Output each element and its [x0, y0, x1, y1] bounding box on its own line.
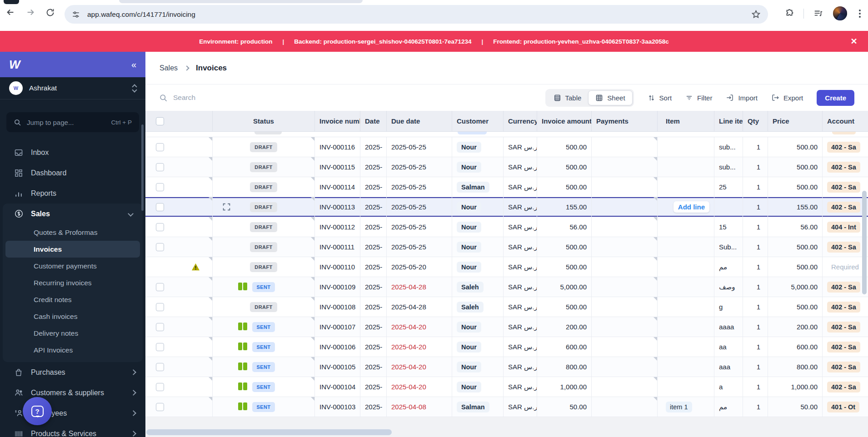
cell-line-item[interactable]: 25 — [714, 177, 743, 197]
cell-payments[interactable] — [592, 197, 658, 217]
cell-status[interactable]: DRAFT — [213, 137, 315, 157]
cell-due-date[interactable]: 2025-04-20 — [387, 377, 452, 397]
header-item[interactable]: Item — [658, 111, 714, 131]
sidebar-scrollbar[interactable] — [141, 124, 144, 211]
cell-price[interactable]: 500.00 — [768, 137, 823, 157]
table-row[interactable]: DRAFT INV-000110 2025- 2025-05-20 Nour S… — [145, 257, 868, 277]
cell-currency[interactable]: SAR ر.س — [504, 197, 537, 217]
cell-item[interactable]: item 1 — [658, 397, 714, 417]
table-row[interactable]: DRAFT INV-000108 2025- 2025-04-28 Saleh … — [145, 297, 868, 317]
cell-payments[interactable] — [592, 357, 658, 377]
sidebar-item-employees[interactable]: Employees — [0, 403, 145, 423]
cell-status[interactable]: SENT — [213, 317, 315, 337]
cell-invoice-amount[interactable]: 500.00 — [537, 237, 592, 257]
header-due-date[interactable]: Due date — [387, 111, 452, 131]
cell-item[interactable] — [658, 237, 714, 257]
cell-line-item[interactable]: مم — [714, 397, 743, 417]
table-row[interactable]: DRAFT INV-000113 2025- 2025-05-25 Nour S… — [145, 197, 868, 217]
cell-customer[interactable]: Nour — [452, 217, 504, 237]
cell-price[interactable]: 600.00 — [768, 337, 823, 357]
cell-currency[interactable]: SAR ر.س — [504, 177, 537, 197]
cell-due-date[interactable]: 2025-05-25 — [387, 137, 452, 157]
site-info-icon[interactable] — [72, 10, 80, 19]
cell-date[interactable]: 2025- — [360, 217, 387, 237]
cell-currency[interactable]: SAR ر.س — [504, 317, 537, 337]
cell-payments[interactable] — [592, 257, 658, 277]
cell-due-date[interactable]: 2025-04-20 — [387, 337, 452, 357]
media-queue-icon[interactable] — [813, 9, 824, 19]
cell-account[interactable]: 402 - Sa — [823, 177, 868, 197]
cell-invoice-number[interactable]: INV-000113 — [315, 197, 360, 217]
cell-qty[interactable]: 1 — [743, 217, 768, 237]
cell-line-item[interactable]: 15 — [714, 217, 743, 237]
cell-item[interactable] — [658, 217, 714, 237]
cell-qty[interactable]: 1 — [743, 277, 768, 297]
sidebar-item-dashboard[interactable]: Dashboard — [0, 163, 145, 183]
cell-item[interactable] — [658, 137, 714, 157]
cell-invoice-number[interactable]: INV-000112 — [315, 217, 360, 237]
cell-item[interactable] — [658, 177, 714, 197]
sidebar-item-quotes-proformas[interactable]: Quotes & Proformas — [5, 224, 140, 241]
create-button[interactable]: Create — [817, 90, 854, 106]
header-line-item[interactable]: Line item — [714, 111, 743, 131]
header-invoice-amount[interactable]: Invoice amount — [537, 111, 592, 131]
cell-due-date[interactable]: 2025-04-20 — [387, 317, 452, 337]
cell-invoice-number[interactable]: INV-000108 — [315, 297, 360, 317]
cell-currency[interactable]: SAR ر.س — [504, 237, 537, 257]
cell-status[interactable]: SENT — [213, 277, 315, 297]
cell-payments[interactable] — [592, 317, 658, 337]
cell-account[interactable]: 402 - Sa — [823, 197, 868, 217]
cell-invoice-amount[interactable]: 56.00 — [537, 217, 592, 237]
cell-date[interactable]: 2025- — [360, 397, 387, 417]
cell-qty[interactable]: 1 — [743, 197, 768, 217]
jump-to-page[interactable]: Jump to page... Ctrl + P — [6, 112, 139, 132]
bookmark-star-icon[interactable] — [751, 10, 761, 19]
table-row[interactable]: DRAFT INV-000115 2025- 2025-05-25 Nour S… — [145, 157, 868, 177]
cell-line-item[interactable]: sub... — [714, 137, 743, 157]
sidebar-item-customers-suppliers[interactable]: Customers & suppliers — [0, 382, 145, 403]
table-row[interactable]: SENT INV-000104 2025- 2025-04-20 Nour SA… — [145, 377, 868, 397]
search-box[interactable] — [159, 94, 309, 102]
header-account[interactable]: Account — [823, 111, 868, 131]
cell-item[interactable]: Add line — [658, 197, 714, 217]
cell-payments[interactable] — [592, 137, 658, 157]
table-row[interactable]: SENT INV-000107 2025- 2025-04-20 Nour SA… — [145, 317, 868, 337]
cell-customer[interactable]: Nour — [452, 197, 504, 217]
cell-qty[interactable]: 1 — [743, 357, 768, 377]
cell-invoice-amount[interactable]: 500.00 — [537, 157, 592, 177]
sidebar-item-reports[interactable]: Reports — [0, 183, 145, 204]
cell-price[interactable]: 1,000.00 — [768, 377, 823, 397]
cell-price[interactable]: 56.00 — [768, 217, 823, 237]
horizontal-scrollbar[interactable] — [146, 429, 392, 435]
cell-date[interactable]: 2025- — [360, 317, 387, 337]
row-checkbox[interactable] — [156, 223, 164, 231]
row-checkbox[interactable] — [156, 343, 164, 351]
add-line-button[interactable]: Add line — [673, 201, 709, 213]
row-checkbox[interactable] — [156, 283, 164, 291]
cell-price[interactable]: 500.00 — [768, 237, 823, 257]
cell-qty[interactable]: 1 — [743, 317, 768, 337]
cell-currency[interactable]: SAR ر.س — [504, 137, 537, 157]
table-row[interactable]: SENT INV-000105 2025- 2025-04-20 Nour SA… — [145, 357, 868, 377]
banner-close-icon[interactable]: ✕ — [849, 36, 859, 46]
cell-invoice-number[interactable]: INV-000106 — [315, 337, 360, 357]
cell-currency[interactable]: SAR ر.س — [504, 157, 537, 177]
sidebar-item-credit-notes[interactable]: Credit notes — [5, 291, 140, 308]
cell-account[interactable]: 402 - Sa — [823, 157, 868, 177]
cell-currency[interactable]: SAR ر.س — [504, 357, 537, 377]
url-bar[interactable]: app.wafeq.com/c/141771/invoicing — [65, 5, 768, 24]
table-row[interactable]: SENT INV-000106 2025- 2025-04-20 Nour SA… — [145, 337, 868, 357]
sort-button[interactable]: Sort — [648, 94, 672, 102]
cell-line-item[interactable]: sub... — [714, 157, 743, 177]
cell-payments[interactable] — [592, 397, 658, 417]
import-button[interactable]: Import — [726, 94, 758, 102]
cell-qty[interactable]: 1 — [743, 257, 768, 277]
cell-status[interactable]: SENT — [213, 357, 315, 377]
cell-invoice-amount[interactable]: 1,000.00 — [537, 377, 592, 397]
cell-due-date[interactable]: 2025-04-20 — [387, 357, 452, 377]
cell-currency[interactable]: SAR ر.س — [504, 217, 537, 237]
cell-customer[interactable]: Nour — [452, 237, 504, 257]
cell-item[interactable] — [658, 297, 714, 317]
cell-currency[interactable]: SAR ر.س — [504, 277, 537, 297]
cell-account[interactable]: Required — [823, 257, 868, 277]
